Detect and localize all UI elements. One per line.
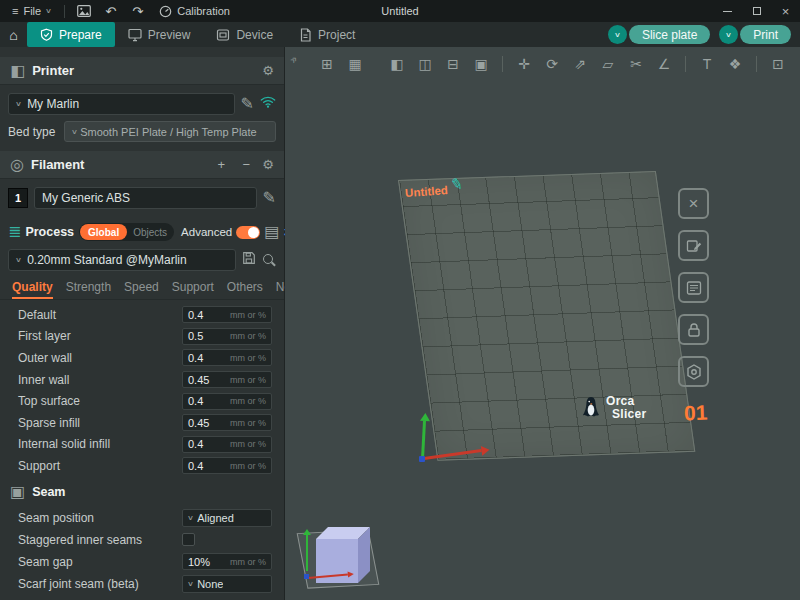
seam-category-icon: ▣ [10,484,25,500]
process-tab-speed[interactable]: Speed [124,280,159,299]
seam-section-header[interactable]: ▣ Seam [0,481,284,503]
param-input-sparse-infill[interactable]: 0.45mm or % [182,414,272,431]
process-tab-others[interactable]: Others [227,280,263,299]
rename-plate-icon[interactable]: ✎ [449,174,465,194]
z-axis-origin [419,456,425,462]
param-label-inner-wall: Inner wall [18,373,69,387]
edit-filament-icon[interactable]: ✎ [263,190,276,206]
param-input-first-layer[interactable]: 0.5mm or % [182,328,272,345]
calibration-label: Calibration [177,5,230,17]
maximize-button[interactable] [742,0,771,22]
home-button[interactable]: ⌂ [0,22,27,47]
text-tool-icon[interactable]: T [695,52,719,76]
minimize-button[interactable] [713,0,742,22]
printer-settings-icon[interactable]: ⚙ [262,64,274,77]
setting-label-seam-gap: Seam gap [18,555,73,569]
gallery-button[interactable] [71,0,96,22]
filament-select[interactable]: My Generic ABS [34,187,257,209]
tab-device[interactable]: Device [203,22,286,47]
printer-connection-icon[interactable] [260,95,276,113]
viewport-3d[interactable]: » ⊞▦◧◫⊟▣✛⟳⇗▱✂∠T❖⊡ Untitled ✎ Orca Slicer… [285,47,800,600]
calibration-icon [159,5,172,18]
tab-preview[interactable]: Preview [115,22,204,47]
printer-row: ∨ My Marlin ✎ [8,93,276,115]
process-tab-quality[interactable]: Quality [12,280,53,299]
seam-list: Seam position∨AlignedStaggered inner sea… [0,507,284,595]
filament-settings-icon[interactable]: ⚙ [262,158,274,171]
tab-project[interactable]: Project [286,22,368,47]
process-tab-support[interactable]: Support [172,280,214,299]
lock-plate-button[interactable] [678,314,709,345]
tab-prepare[interactable]: Prepare [27,22,115,47]
save-preset-icon[interactable] [242,251,256,269]
scale-icon[interactable]: ⇗ [568,52,592,76]
print-button[interactable]: Print [740,25,791,44]
auto-arrange-icon[interactable]: ▦ [343,52,367,76]
app-menu-icon: ≡ [12,6,18,17]
split-parts-icon[interactable]: ⊟ [441,52,465,76]
fill-bed-icon[interactable]: ▣ [469,52,493,76]
scarf-joint-seam-beta-select[interactable]: ∨None [182,575,272,593]
scope-objects-button[interactable]: Objects [127,227,173,238]
home-icon: ⌂ [9,27,17,43]
image-tool-icon[interactable]: ❖ [723,52,747,76]
param-row: First layer0.5mm or % [0,326,284,348]
param-input-top-surface[interactable]: 0.4mm or % [182,393,272,410]
undo-button[interactable]: ↶ [98,0,123,22]
rotate-icon[interactable]: ⟳ [540,52,564,76]
seam-row: Seam gap10%mm or % [0,551,284,573]
maximize-icon [753,7,761,15]
param-input-default[interactable]: 0.4mm or % [182,306,272,323]
plate-name-button[interactable] [678,272,709,303]
search-settings-icon[interactable] [262,253,276,267]
param-row: Default0.4mm or % [0,304,284,326]
move-icon[interactable]: ✛ [512,52,536,76]
staggered-inner-seams-checkbox[interactable] [182,533,195,546]
plate-thumbnail[interactable] [292,501,384,598]
param-input-support[interactable]: 0.4mm or % [182,457,272,474]
seam-position-select[interactable]: ∨Aligned [182,509,272,527]
bed-type-value: Smooth PEI Plate / High Temp Plate [80,126,257,138]
filament-section-title: Filament [31,157,84,172]
edit-printer-icon[interactable]: ✎ [241,96,254,112]
slice-options-button[interactable]: ∨ [608,25,627,44]
auto-orient-icon[interactable]: ◧ [385,52,409,76]
param-input-internal-solid-infill[interactable]: 0.4mm or % [182,436,272,453]
edit-plate-button[interactable] [678,230,709,261]
assembly-view-icon[interactable]: ⊡ [766,52,790,76]
advanced-toggle[interactable] [236,226,260,239]
slice-plate-button[interactable]: Slice plate [629,25,710,44]
cut-icon[interactable]: ✂ [624,52,648,76]
delete-plate-button[interactable]: × [678,188,709,219]
add-filament-button[interactable]: + [212,156,230,174]
param-value: 0.5 [188,330,203,342]
split-objects-icon[interactable]: ◫ [413,52,437,76]
plate-settings-button[interactable] [678,356,709,387]
param-input-outer-wall[interactable]: 0.4mm or % [182,349,272,366]
close-button[interactable]: × [771,0,800,22]
scope-global-button[interactable]: Global [80,224,127,240]
project-file-icon [299,28,312,42]
collapse-sidebar-button[interactable]: » [287,53,300,66]
build-plate[interactable] [398,171,695,461]
filament-slot-badge[interactable]: 1 [8,188,28,208]
param-input-inner-wall[interactable]: 0.45mm or % [182,371,272,388]
add-plate-icon[interactable]: ⊞ [315,52,339,76]
process-tab-strength[interactable]: Strength [66,280,111,299]
hexagon-settings-icon [685,363,703,381]
process-preset-select[interactable]: ∨ 0.20mm Standard @MyMarlin [8,249,236,271]
lay-flat-icon[interactable]: ▱ [596,52,620,76]
printer-select[interactable]: ∨ My Marlin [8,93,235,115]
orcaslicer-window: ≡ File ∨ ↶ ↷ [0,0,800,600]
measure-icon[interactable]: ∠ [652,52,676,76]
param-value: 0.4 [188,352,203,364]
file-menu[interactable]: ≡ File ∨ [5,0,58,22]
calibration-menu[interactable]: Calibration [152,0,237,22]
bed-type-select[interactable]: ∨ Smooth PEI Plate / High Temp Plate [64,121,276,142]
view-all-settings-icon[interactable]: ▤ [264,224,279,240]
seam-gap-input[interactable]: 10%mm or % [182,553,272,570]
redo-button[interactable]: ↷ [125,0,150,22]
print-options-button[interactable]: ∨ [719,25,738,44]
chevron-down-icon: ∨ [725,31,732,39]
remove-filament-button[interactable]: − [237,156,255,174]
